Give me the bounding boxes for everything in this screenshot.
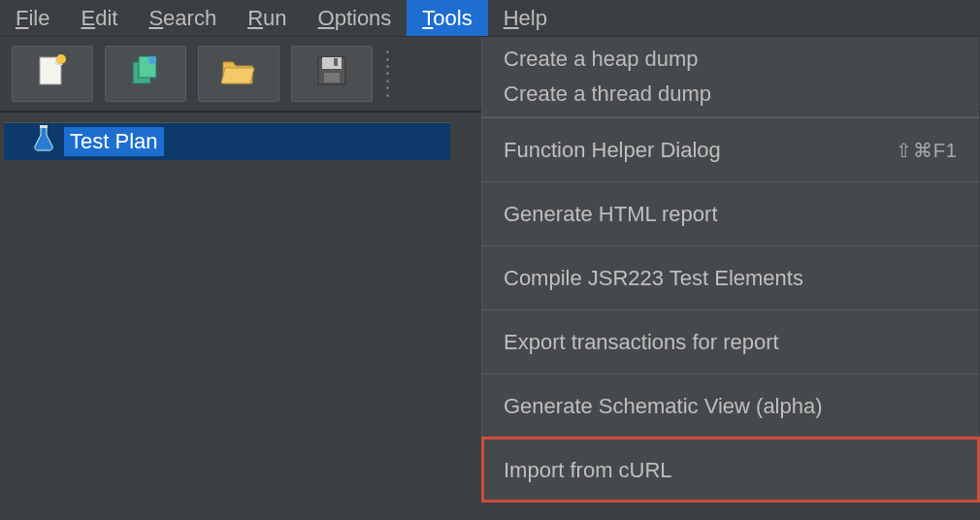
menu-options[interactable]: Options (303, 0, 408, 36)
menuitem-label: Import from cURL (504, 458, 672, 483)
svg-rect-9 (334, 58, 338, 66)
toolbar-separator (386, 49, 390, 99)
templates-button[interactable] (105, 46, 186, 102)
menu-edit[interactable]: Edit (65, 0, 133, 36)
svg-rect-7 (322, 57, 342, 69)
tree-pane: Test Plan (4, 122, 450, 516)
menuitem-label: Generate Schematic View (alpha) (504, 394, 823, 419)
menuitem-label: Export transactions for report (504, 330, 779, 355)
menu-tools[interactable]: Tools (407, 0, 487, 36)
menuitem-label: Compile JSR223 Test Elements (504, 266, 803, 291)
svg-point-5 (148, 56, 156, 64)
menu-help[interactable]: Help (488, 0, 563, 36)
svg-rect-8 (324, 73, 340, 82)
tools-dropdown: Create a heap dump Create a thread dump … (481, 37, 979, 502)
flask-icon (33, 125, 54, 158)
shortcut-label: ⇧⌘F1 (896, 139, 958, 162)
menuitem-import-curl[interactable]: Import from cURL (482, 438, 979, 502)
menuitem-html-report[interactable]: Generate HTML report (482, 181, 979, 245)
menu-run[interactable]: Run (232, 0, 302, 36)
menu-search[interactable]: Search (133, 0, 232, 36)
save-button[interactable] (291, 46, 373, 102)
menuitem-schematic-view[interactable]: Generate Schematic View (alpha) (482, 374, 979, 438)
tools-group-dump: Create a heap dump Create a thread dump (482, 37, 979, 117)
menubar: File Edit Search Run Options Tools Help (0, 0, 980, 37)
svg-rect-10 (40, 125, 48, 128)
new-file-icon (38, 53, 67, 94)
svg-point-2 (56, 54, 66, 64)
menuitem-thread-dump[interactable]: Create a thread dump (504, 81, 958, 107)
menuitem-label: Function Helper Dialog (504, 138, 721, 163)
tree-item-test-plan[interactable]: Test Plan (4, 123, 450, 160)
menuitem-compile-jsr[interactable]: Compile JSR223 Test Elements (482, 245, 979, 309)
menuitem-function-helper[interactable]: Function Helper Dialog ⇧⌘F1 (482, 117, 979, 181)
menuitem-heap-dump[interactable]: Create a heap dump (504, 47, 958, 72)
open-folder-icon (221, 56, 256, 91)
new-button[interactable] (12, 46, 93, 102)
tree-item-label: Test Plan (64, 127, 164, 156)
menu-file[interactable]: File (0, 0, 65, 36)
templates-icon (129, 54, 162, 93)
menuitem-label: Generate HTML report (504, 202, 718, 227)
save-floppy-icon (316, 55, 347, 92)
open-button[interactable] (198, 46, 279, 102)
menuitem-export-transactions[interactable]: Export transactions for report (482, 309, 979, 374)
